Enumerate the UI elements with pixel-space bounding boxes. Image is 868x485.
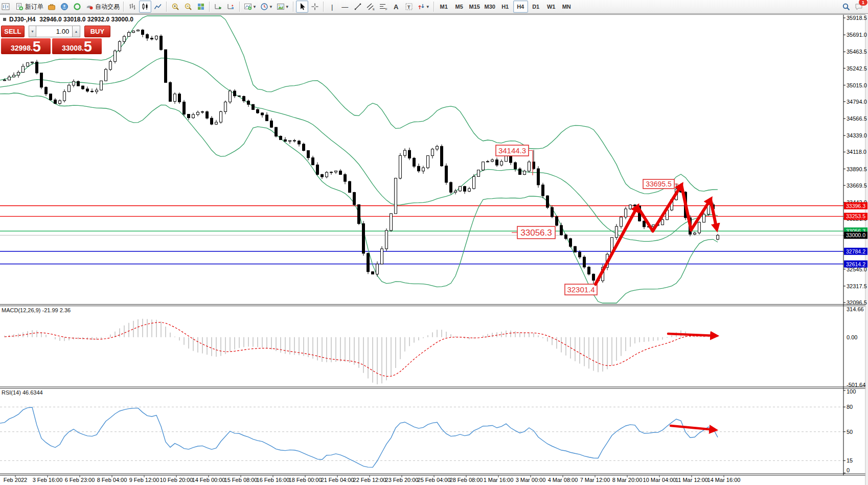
candle-body	[243, 97, 245, 101]
axis-label: 8 Mar 20:00	[612, 477, 643, 483]
candle-body	[496, 160, 498, 165]
tf-h1-button[interactable]: H1	[498, 1, 513, 13]
candle-body	[105, 70, 107, 81]
candle-body	[100, 81, 103, 90]
auto-scroll-button[interactable]	[212, 1, 224, 13]
indicators-button[interactable]: ▼	[242, 1, 258, 13]
candle-body	[569, 239, 572, 246]
candle-body	[698, 222, 701, 233]
sell-price-display[interactable]: 32998.5	[1, 38, 51, 54]
candle-chart-mode-button[interactable]	[139, 1, 151, 13]
toolbox-icon	[48, 3, 56, 11]
periods-button[interactable]: ▼	[259, 1, 275, 13]
axis-label: 32096.5	[847, 299, 867, 306]
profile-button[interactable]	[58, 1, 71, 13]
zoom-out-button[interactable]	[182, 1, 194, 13]
tf-m15-button[interactable]: M15	[467, 1, 482, 13]
market-watch-button[interactable]	[45, 1, 58, 13]
equidistant-channel-icon: E	[366, 3, 375, 11]
text-label-icon: T	[405, 3, 413, 11]
axis-label: 15 Feb 08:00	[224, 477, 258, 483]
label-tool-button[interactable]: T	[403, 1, 415, 13]
candle-body	[574, 246, 577, 252]
vertical-line-tool-button[interactable]: |	[326, 1, 338, 13]
candle-body	[211, 118, 213, 124]
new-order-button[interactable]: 新订单	[14, 1, 45, 13]
axis-label: 33669.5	[847, 182, 867, 189]
chart-window-icon[interactable]	[1, 1, 13, 13]
horizontal-line-tool-button[interactable]: —	[339, 1, 351, 13]
text-tool-button[interactable]: A	[390, 1, 402, 13]
volume-decrease-button[interactable]: ▼	[29, 26, 37, 37]
tf-d1-button[interactable]: D1	[529, 1, 543, 13]
axis-label: 35242.5	[847, 65, 867, 72]
autotrading-button[interactable]: 自动交易	[84, 1, 121, 13]
toolbar-separator	[433, 2, 435, 12]
candle-body	[174, 94, 176, 102]
axis-label: 1 Mar 16:00	[484, 477, 514, 483]
buy-price-display[interactable]: 33008.5	[52, 38, 102, 54]
cursor-tool-button[interactable]	[296, 1, 308, 13]
tf-m1-button[interactable]: M1	[437, 1, 451, 13]
candle-body	[436, 146, 439, 149]
candle-body	[362, 224, 365, 253]
indicators-icon	[244, 3, 252, 11]
candle-body	[335, 171, 337, 172]
candle-body	[551, 207, 554, 217]
bar-chart-mode-button[interactable]	[126, 1, 139, 13]
candle-body	[344, 174, 347, 181]
buy-button[interactable]: BUY	[84, 26, 110, 37]
axis-label: 34794.0	[847, 99, 867, 105]
chart-symbol-period: DJ30-,H4	[9, 16, 35, 23]
candle-body	[326, 172, 328, 177]
channel-tool-button[interactable]: E	[364, 1, 377, 13]
candle-body	[201, 112, 204, 112]
candle-body	[8, 77, 11, 80]
chart-shift-button[interactable]	[225, 1, 237, 13]
community-button[interactable]	[71, 1, 83, 13]
candle-body	[661, 220, 664, 225]
axis-label: 3 Mar 00:00	[516, 477, 546, 483]
axis-label: 80	[847, 404, 853, 410]
axis-label: 10 Mar 04:00	[643, 477, 676, 483]
volume-increase-button[interactable]: ▲	[72, 26, 80, 37]
sell-button[interactable]: SELL	[1, 26, 25, 37]
notifications-button[interactable]: 1	[853, 1, 865, 13]
search-button[interactable]	[840, 1, 852, 13]
axis-label: 35918.5	[847, 15, 867, 21]
tf-m5-button[interactable]: M5	[452, 1, 467, 13]
candle-body	[376, 264, 379, 274]
candle-body	[482, 162, 485, 170]
candle-body	[399, 155, 402, 178]
candle-body	[556, 217, 558, 225]
fibonacci-tool-button[interactable]: F	[377, 1, 390, 13]
zoom-in-button[interactable]	[169, 1, 181, 13]
arrows-tool-button[interactable]: ▼	[416, 1, 431, 13]
candle-body	[160, 36, 163, 50]
tf-w1-button[interactable]: W1	[544, 1, 559, 13]
crosshair-tool-button[interactable]	[309, 1, 321, 13]
templates-button[interactable]: ▼	[275, 1, 291, 13]
toolbar-separator	[239, 2, 240, 12]
svg-text:T: T	[407, 5, 410, 10]
candle-body	[450, 182, 452, 192]
line-chart-mode-button[interactable]	[152, 1, 164, 13]
candle-body	[36, 62, 38, 73]
tile-windows-button[interactable]	[195, 1, 207, 13]
axis-label: 22 Feb 12:00	[353, 477, 386, 483]
candle-body	[629, 205, 632, 209]
candle-body	[592, 274, 595, 280]
tf-mn-button[interactable]: MN	[559, 1, 574, 13]
axis-label: 10 Feb 20:00	[160, 477, 193, 483]
tf-h4-button[interactable]: H4	[513, 1, 528, 13]
candle-body	[119, 41, 121, 51]
bid-ask-display: 32998.5 33008.5	[1, 38, 110, 54]
zoom-in-icon	[171, 3, 179, 11]
tf-m30-button[interactable]: M30	[483, 1, 497, 13]
volume-input[interactable]: 1.00	[36, 26, 72, 37]
rsi-indicator-label: RSI(14) 46.6344	[2, 389, 43, 396]
axis-label: 23 Feb 20:00	[385, 477, 419, 483]
chart-canvas[interactable]: 35918.535691.035463.535242.535015.034794…	[0, 0, 868, 485]
axis-label: 32784.2	[846, 248, 865, 255]
trendline-tool-button[interactable]	[352, 1, 364, 13]
